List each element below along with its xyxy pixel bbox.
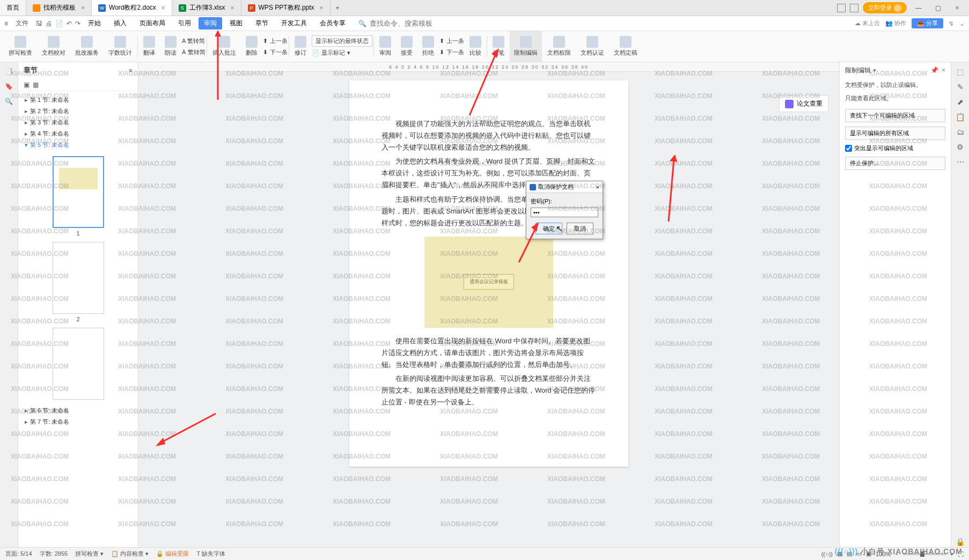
app-grid-icon[interactable] (837, 4, 846, 12)
chapter-item[interactable]: ▸第 1 节: 未命名 (23, 94, 134, 106)
ribbon-accept[interactable]: 接受 (397, 31, 417, 62)
redo-icon[interactable]: ↷ (75, 20, 80, 27)
excel-tab[interactable]: S工作簿3.xlsx× (172, 0, 241, 16)
template-tab[interactable]: 找稻壳模板× (26, 0, 92, 16)
rt-layers-icon[interactable]: 🗂 (956, 128, 965, 137)
ribbon-delete-comment[interactable]: 删除 (241, 31, 262, 62)
show-all-editable-button[interactable]: 显示可编辑的所有区域 (845, 127, 945, 140)
rt-cursor-icon[interactable]: ⬈ (956, 98, 965, 107)
rt-gear-icon[interactable]: ⚙ (956, 143, 965, 152)
status-spellcheck[interactable]: 拼写检查 ▾ (75, 550, 104, 558)
ribbon-wordcount[interactable]: 字数统计 (104, 31, 136, 62)
ribbon-prev-change[interactable]: ⬆ 上一条 (439, 36, 464, 46)
ribbon-markup-state-select[interactable]: 显示标记的最终状态 (312, 35, 372, 47)
preview-icon[interactable]: 📄 (55, 20, 63, 27)
home-tab[interactable]: 首页 (0, 0, 26, 16)
status-wordcount[interactable]: 字数: 2855 (40, 550, 68, 558)
close-icon[interactable]: × (320, 4, 324, 12)
close-window-button[interactable]: × (950, 4, 965, 12)
menu-layout[interactable]: 页面布局 (134, 17, 171, 30)
ribbon-approve[interactable]: 批改服务 (71, 31, 103, 62)
menu-view[interactable]: 视图 (224, 17, 248, 30)
status-missing-font[interactable]: T 缺失字体 (196, 550, 225, 558)
ribbon-trad-simp[interactable]: A 繁转简 (182, 47, 205, 57)
ppt-tab[interactable]: PWPS PPT教程.pptx× (241, 0, 331, 16)
chapter-item[interactable]: ▸第 2 节: 未命名 (23, 106, 134, 117)
menu-dev[interactable]: 开发工具 (276, 17, 312, 30)
ribbon-translate[interactable]: 翻译 (139, 31, 159, 62)
rt-select-icon[interactable]: ⬚ (956, 68, 965, 77)
chapter-item[interactable]: ▸第 3 节: 未命名 (23, 117, 134, 128)
menu-chapter[interactable]: 章节 (250, 17, 274, 30)
close-icon[interactable]: × (81, 4, 85, 12)
ok-button[interactable]: 确定 (535, 223, 562, 234)
status-edit-restricted[interactable]: 🔒 编辑受限 (156, 550, 189, 558)
dialog-close-icon[interactable]: × (596, 184, 599, 190)
page-thumbnail[interactable] (53, 156, 104, 228)
ribbon-simp-trad[interactable]: A 繁转简 (182, 36, 205, 46)
password-input[interactable] (531, 208, 598, 217)
rt-clipboard-icon[interactable]: 📋 (956, 113, 965, 122)
menu-review[interactable]: 审阅 (199, 17, 222, 30)
file-menu[interactable]: 文件 (10, 17, 34, 30)
ribbon-insert-comment[interactable]: 插入批注 (208, 31, 240, 62)
chapter-item[interactable]: ▸第 4 节: 未命名 (23, 128, 134, 139)
rt-more-icon[interactable]: ⋯ (956, 158, 965, 167)
ribbon-doc-perm[interactable]: 文档权限 (543, 31, 575, 62)
lt-bookmark-icon[interactable]: 🔖 (4, 83, 14, 92)
ribbon-next-change[interactable]: ⬇ 下一条 (439, 47, 464, 57)
status-contentcheck[interactable]: 📋 内容检查 ▾ (111, 550, 149, 558)
new-tab-button[interactable]: + (331, 4, 345, 12)
ribbon-restrict-edit[interactable]: 限制编辑 (510, 31, 542, 62)
app-layout-icon[interactable] (850, 4, 858, 12)
cloud-status[interactable]: ☁ 未上云 (855, 19, 880, 27)
ribbon-reject[interactable]: 拒绝 (418, 31, 438, 62)
collab-button[interactable]: 👥 协作 (885, 19, 906, 27)
ribbon-show-markup[interactable]: 📄 显示标记 ▾ (312, 48, 372, 58)
undo-icon[interactable]: ↶ (67, 20, 72, 27)
ribbon-next-comment[interactable]: ⬇ 下一条 (263, 47, 288, 57)
save-icon[interactable]: 🖫 (36, 20, 42, 27)
minimize-button[interactable]: — (911, 4, 926, 12)
ribbon-review-pane[interactable]: 审阅 (375, 31, 395, 62)
page-thumbnail[interactable] (53, 328, 104, 400)
word-doc-tab[interactable]: WWord教程2.docx× (92, 0, 172, 16)
cancel-button[interactable]: 取消 (567, 223, 593, 234)
maximize-button[interactable]: ▢ (930, 4, 945, 12)
ribbon-doc-auth[interactable]: 文档认证 (576, 31, 608, 62)
rt-pen-icon[interactable]: ✎ (956, 83, 965, 92)
menu-insert[interactable]: 插入 (108, 17, 132, 30)
ribbon-ink[interactable]: 画笔 (488, 31, 509, 62)
document-page[interactable]: 视频提供了功能强大的方法帮助您证明您的观点。当您单击联机视频时，可以在想要添加的… (349, 80, 628, 467)
cp-expand-icon[interactable]: ▣ (24, 81, 30, 89)
close-icon[interactable]: × (162, 4, 165, 12)
pin-icon[interactable]: 📌 (930, 67, 938, 74)
ribbon-prev-comment[interactable]: ⬆ 上一条 (263, 36, 288, 46)
page-thumbnail[interactable] (53, 242, 104, 314)
share-button[interactable]: 📤 分享 (912, 18, 943, 28)
find-next-editable-button[interactable]: 查找下一个可编辑的区域 (845, 109, 945, 122)
ribbon-revision[interactable]: 修订 (290, 31, 311, 62)
embedded-diagram[interactable]: 通用会议记录模板 (424, 237, 553, 328)
plagiarism-check-button[interactable]: 论文查重 (779, 95, 828, 112)
chapter-item[interactable]: ▸第 6 节: 未命名 (23, 405, 134, 416)
lt-search-icon[interactable]: 🔍 (4, 98, 14, 107)
ribbon-proof[interactable]: 文档校对 (38, 31, 70, 62)
cp-thumb-icon[interactable]: ▦ (33, 81, 39, 89)
panel-close-icon[interactable]: × (128, 67, 133, 75)
lt-outline-icon[interactable]: 📑 (4, 68, 14, 77)
print-icon[interactable]: 🖨 (46, 20, 52, 27)
chapter-item-active[interactable]: ▾第 5 节: 未命名 (23, 139, 134, 151)
search-input[interactable] (370, 19, 434, 27)
menu-ref[interactable]: 引用 (173, 17, 196, 30)
ribbon-spellcheck[interactable]: 拼写检查 (4, 31, 36, 62)
menu-collapse-icon[interactable]: ↯ (949, 20, 954, 27)
ribbon-read[interactable]: 朗读 (160, 31, 181, 62)
panel-close-icon[interactable]: × (942, 67, 945, 74)
menu-more-icon[interactable]: ⌄ (959, 20, 965, 27)
status-signal-icon[interactable]: ((○)) (821, 551, 833, 557)
stop-protection-button[interactable]: 停止保护... (845, 157, 945, 170)
menu-member[interactable]: 会员专享 (314, 17, 351, 30)
ribbon-compare[interactable]: 比较 (465, 31, 486, 62)
highlight-editable-checkbox[interactable]: 突出显示可编辑的区域 (845, 144, 945, 152)
